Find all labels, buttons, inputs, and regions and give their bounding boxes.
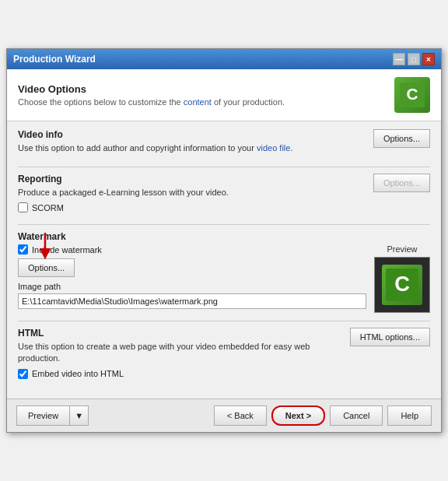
header-bar: Video Options Choose the options below t… xyxy=(7,69,441,121)
watermark-options-button[interactable]: Options... xyxy=(18,258,75,277)
header-description: Choose the options below to customize th… xyxy=(18,97,285,107)
title-bar-controls: — □ × xyxy=(393,53,435,65)
title-bar: Production Wizard — □ × xyxy=(7,49,441,69)
watermark-preview-logo: C xyxy=(382,265,422,305)
chevron-down-icon: ▼ xyxy=(75,411,83,420)
window-title: Production Wizard xyxy=(13,54,96,65)
reporting-desc: Produce a packaged e-Learning lesson wit… xyxy=(18,187,373,198)
reporting-section: Reporting Produce a packaged e-Learning … xyxy=(18,174,430,216)
reporting-options-button[interactable]: Options... xyxy=(373,174,430,192)
scorm-checkbox-row: SCORM xyxy=(18,202,373,212)
help-button[interactable]: Help xyxy=(387,406,432,426)
watermark-label: Include watermark xyxy=(32,245,102,255)
bottom-left: Preview ▼ xyxy=(16,406,89,426)
minimize-button[interactable]: — xyxy=(393,53,405,65)
video-info-desc: Use this option to add author and copyri… xyxy=(18,142,373,154)
video-info-title: Video info xyxy=(18,129,373,140)
image-path-label: Image path xyxy=(18,282,366,291)
svg-text:C: C xyxy=(406,86,418,104)
scorm-checkbox[interactable] xyxy=(18,202,28,212)
header-text: Video Options Choose the options below t… xyxy=(18,83,285,107)
embed-checkbox-row: Embed video into HTML xyxy=(18,369,350,379)
watermark-options-wrapper: Options... xyxy=(18,258,75,277)
watermark-content: Include watermark Options... xyxy=(18,244,430,313)
html-options-button[interactable]: HTML options... xyxy=(350,328,430,346)
embed-checkbox[interactable] xyxy=(18,369,28,379)
video-info-section: Video info Use this option to add author… xyxy=(18,129,430,158)
html-section: HTML Use this option to create a web pag… xyxy=(18,328,430,383)
divider-1 xyxy=(18,167,430,167)
watermark-title: Watermark xyxy=(18,231,430,242)
content-area: Video info Use this option to add author… xyxy=(7,121,441,398)
preview-button[interactable]: Preview xyxy=(16,406,70,426)
watermark-left: Include watermark Options... xyxy=(18,244,366,313)
bottom-bar: Preview ▼ < Back Next > Cancel Help xyxy=(7,398,441,432)
image-path-row: Image path xyxy=(18,282,366,309)
svg-text:C: C xyxy=(394,272,410,296)
production-wizard-window: Production Wizard — □ × Video Options Ch… xyxy=(6,48,442,433)
watermark-section: Watermark Include watermark Options... xyxy=(18,231,430,313)
camtasia-logo: C xyxy=(394,77,430,113)
watermark-checkbox[interactable] xyxy=(18,244,28,255)
next-button[interactable]: Next > xyxy=(271,406,325,426)
cancel-button[interactable]: Cancel xyxy=(330,406,383,426)
reporting-title: Reporting xyxy=(18,174,373,184)
scorm-label: SCORM xyxy=(32,203,64,212)
close-button[interactable]: × xyxy=(422,53,435,65)
html-title: HTML xyxy=(18,328,350,339)
watermark-right: Preview C xyxy=(374,244,430,313)
preview-dropdown-button[interactable]: ▼ xyxy=(70,406,89,426)
divider-3 xyxy=(18,321,430,321)
back-button[interactable]: < Back xyxy=(214,406,267,426)
embed-label: Embed video into HTML xyxy=(32,369,124,378)
watermark-preview-label: Preview xyxy=(387,244,417,254)
video-info-options-button[interactable]: Options... xyxy=(373,129,430,148)
watermark-preview-box: C xyxy=(374,257,430,313)
bottom-right: < Back Next > Cancel Help xyxy=(214,406,432,426)
header-title: Video Options xyxy=(18,83,285,95)
html-desc: Use this option to create a web page wit… xyxy=(18,341,350,365)
divider-2 xyxy=(18,224,430,225)
image-path-input[interactable] xyxy=(18,293,366,309)
watermark-checkbox-row: Include watermark xyxy=(18,244,366,255)
maximize-button[interactable]: □ xyxy=(408,53,420,65)
